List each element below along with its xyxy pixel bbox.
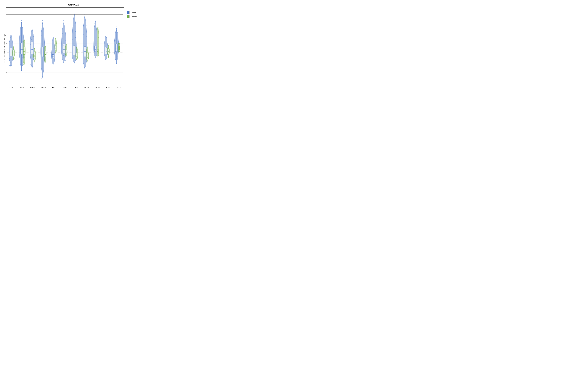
svg-point-64	[14, 52, 14, 52]
svg-point-155	[32, 41, 32, 41]
svg-point-351	[66, 53, 67, 54]
svg-point-540	[98, 33, 99, 34]
svg-point-220	[44, 26, 44, 26]
svg-point-586	[109, 55, 109, 56]
svg-point-605	[109, 45, 109, 46]
svg-point-85	[20, 59, 20, 59]
svg-point-556	[107, 57, 107, 57]
svg-point-354	[65, 52, 66, 52]
svg-point-627	[116, 39, 117, 40]
plot-area: 89101112	[6, 8, 124, 86]
svg-point-158	[30, 36, 31, 36]
svg-point-171	[35, 60, 36, 61]
svg-point-528	[98, 49, 98, 49]
svg-point-404	[78, 60, 78, 60]
svg-point-417	[76, 53, 76, 53]
svg-point-405	[76, 59, 76, 60]
svg-point-472	[88, 56, 88, 56]
svg-point-597	[108, 50, 108, 50]
svg-point-439	[84, 56, 84, 57]
svg-point-160	[31, 33, 32, 33]
svg-point-242	[46, 53, 46, 54]
svg-point-172	[34, 60, 34, 60]
svg-point-54	[14, 57, 14, 58]
svg-point-157	[33, 38, 34, 38]
svg-point-651	[119, 48, 120, 49]
svg-point-435	[84, 65, 84, 66]
svg-point-562	[105, 50, 105, 51]
svg-point-658	[119, 45, 119, 45]
svg-point-176	[35, 58, 35, 58]
svg-point-559	[105, 54, 105, 54]
svg-point-300	[56, 45, 56, 45]
svg-point-88	[21, 53, 21, 54]
svg-point-330	[62, 39, 63, 39]
svg-point-258	[52, 64, 53, 64]
svg-point-648	[118, 50, 119, 50]
svg-point-210	[44, 49, 44, 49]
svg-point-533	[98, 42, 98, 43]
svg-point-55	[13, 57, 14, 57]
svg-point-487	[87, 47, 87, 47]
svg-point-308	[55, 40, 55, 40]
svg-point-273	[52, 47, 52, 47]
svg-point-538	[98, 36, 98, 36]
svg-point-274	[54, 45, 54, 46]
svg-point-189	[34, 50, 34, 50]
svg-point-139	[31, 68, 32, 68]
svg-point-587	[107, 55, 108, 55]
svg-point-281	[53, 37, 53, 38]
svg-point-421	[78, 51, 78, 51]
svg-point-209	[41, 51, 41, 51]
chart-title: ARMC10	[68, 3, 79, 6]
svg-point-103	[22, 24, 23, 24]
svg-point-39	[12, 43, 13, 43]
svg-point-583	[109, 57, 109, 57]
svg-point-191	[34, 49, 35, 49]
svg-point-576	[105, 36, 105, 36]
x-axis-label-blca: BLCA	[6, 87, 17, 89]
svg-point-205	[43, 60, 44, 60]
svg-point-268	[52, 52, 52, 53]
svg-point-537	[98, 37, 99, 38]
svg-point-368	[66, 44, 67, 45]
svg-point-128	[24, 45, 24, 45]
svg-point-624	[115, 43, 115, 44]
svg-point-129	[24, 43, 24, 44]
svg-point-272	[54, 48, 54, 48]
svg-point-598	[109, 49, 110, 50]
svg-rect-577	[108, 49, 109, 54]
svg-point-233	[45, 60, 46, 60]
svg-point-408	[77, 58, 77, 58]
svg-point-629	[115, 36, 115, 37]
svg-point-261	[52, 60, 52, 61]
svg-point-138	[32, 69, 32, 70]
svg-point-415	[76, 54, 76, 54]
svg-point-616	[116, 55, 117, 55]
svg-point-428	[78, 47, 78, 47]
svg-point-347	[65, 55, 66, 56]
svg-point-65	[13, 51, 13, 52]
svg-point-66	[13, 51, 14, 51]
svg-point-361	[66, 48, 66, 49]
svg-point-63	[13, 53, 13, 53]
svg-point-622	[116, 46, 116, 47]
svg-point-617	[115, 54, 116, 54]
svg-point-339	[65, 23, 65, 24]
x-axis-label-hnsc: HNSC	[38, 87, 49, 89]
svg-point-307	[56, 40, 57, 41]
svg-point-386	[72, 39, 73, 40]
svg-point-218	[43, 31, 43, 31]
svg-point-317	[65, 60, 66, 61]
svg-rect-164	[34, 52, 35, 60]
svg-point-145	[33, 58, 33, 58]
svg-point-197	[41, 78, 42, 79]
svg-point-349	[65, 54, 66, 55]
svg-point-36	[11, 47, 12, 48]
svg-point-482	[87, 50, 88, 50]
svg-point-290	[56, 51, 57, 51]
svg-point-653	[119, 47, 119, 48]
svg-point-558	[107, 55, 107, 55]
svg-rect-517	[95, 19, 95, 19]
svg-point-94	[23, 41, 23, 42]
